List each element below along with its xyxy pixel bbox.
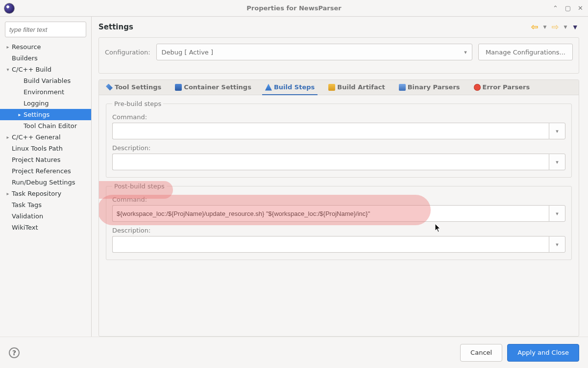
- pre-description-combo: ▾: [112, 154, 565, 170]
- main-pane: Settings ⇦ ▼ ⇨ ▼ ▼ Configuration: Debug …: [92, 17, 588, 337]
- tree-item-label: Settings: [24, 111, 49, 118]
- pre-command-label: Command:: [112, 113, 565, 121]
- twisty-placeholder: ▸: [17, 112, 23, 117]
- tab-binary-parsers[interactable]: Binary Parsers: [392, 80, 467, 95]
- help-icon[interactable]: ?: [9, 347, 20, 358]
- pre-command-combo: ▾: [112, 123, 565, 139]
- twisty-placeholder: ▸: [17, 78, 23, 83]
- tree-item[interactable]: ▸Task Tags: [0, 199, 91, 210]
- twisty-placeholder: ▸: [5, 180, 11, 185]
- category-tree[interactable]: ▸Resource▸Builders▾C/C++ Build▸Build Var…: [0, 40, 91, 337]
- nav-back-menu-icon[interactable]: ▼: [541, 25, 549, 29]
- tree-item-label: Project Natures: [12, 156, 60, 163]
- tree-item-label: Tool Chain Editor: [24, 122, 77, 130]
- nav-forward-menu-icon[interactable]: ▼: [562, 25, 569, 29]
- titlebar: Properties for NewsParser ⌃ ▢ ✕: [0, 0, 588, 17]
- close-icon[interactable]: ✕: [578, 4, 583, 12]
- tabs-body: Pre-build steps Command: ▾ Description: …: [99, 95, 579, 336]
- post-command-label: Command:: [112, 196, 565, 203]
- tree-item-label: Task Tags: [12, 201, 42, 209]
- chevron-right-icon[interactable]: ▸: [5, 134, 11, 140]
- settings-tabs: Tool Settings Container Settings Build S…: [98, 79, 579, 337]
- post-description-dropdown[interactable]: ▾: [549, 236, 565, 253]
- tree-item-label: Task Repository: [12, 190, 61, 197]
- tree-item-label: Run/Debug Settings: [12, 179, 75, 186]
- pre-description-input[interactable]: [112, 154, 549, 170]
- tree-item[interactable]: ▸Validation: [0, 210, 91, 222]
- tree-item[interactable]: ▸Builders: [0, 53, 91, 64]
- configuration-label: Configuration:: [105, 49, 150, 56]
- tree-item[interactable]: ▸Environment: [0, 86, 91, 98]
- pre-build-legend: Pre-build steps: [112, 100, 163, 107]
- tree-item[interactable]: ▸C/C++ General: [0, 131, 91, 143]
- tree-item[interactable]: ▸Settings: [0, 109, 91, 120]
- tab-tool-settings[interactable]: Tool Settings: [99, 80, 168, 95]
- tree-item-label: WikiText: [12, 224, 38, 231]
- post-description-combo: ▾: [112, 236, 565, 253]
- tree-item[interactable]: ▸WikiText: [0, 222, 91, 233]
- twisty-placeholder: ▸: [17, 89, 23, 95]
- window-controls: ⌃ ▢ ✕: [553, 4, 588, 12]
- minimize-icon[interactable]: ⌃: [553, 4, 558, 12]
- pre-description-dropdown[interactable]: ▾: [549, 154, 565, 170]
- chevron-right-icon[interactable]: ▸: [5, 44, 11, 50]
- twisty-placeholder: ▸: [5, 146, 11, 151]
- chevron-right-icon[interactable]: ▸: [5, 191, 11, 196]
- pre-command-dropdown[interactable]: ▾: [549, 123, 565, 139]
- tree-item[interactable]: ▸Task Repository: [0, 188, 91, 199]
- eclipse-icon: [4, 3, 15, 14]
- post-description-input[interactable]: [112, 236, 549, 253]
- filter-input[interactable]: [5, 22, 86, 37]
- post-command-input[interactable]: [112, 205, 549, 222]
- steps-icon: [265, 84, 272, 91]
- binary-icon: [399, 84, 406, 91]
- apply-and-close-button[interactable]: Apply and Close: [507, 344, 579, 362]
- pre-build-group: Pre-build steps Command: ▾ Description: …: [106, 100, 572, 178]
- tree-item[interactable]: ▸Linux Tools Path: [0, 143, 91, 154]
- tree-item-label: Project References: [12, 167, 71, 175]
- twisty-placeholder: ▸: [17, 123, 23, 129]
- artifact-icon: [328, 84, 335, 91]
- maximize-icon[interactable]: ▢: [565, 4, 571, 12]
- tree-item[interactable]: ▸Run/Debug Settings: [0, 177, 91, 188]
- tree-item[interactable]: ▸Build Variables: [0, 75, 91, 86]
- tab-build-steps[interactable]: Build Steps: [258, 80, 321, 95]
- chevron-down-icon[interactable]: ▾: [5, 67, 11, 72]
- twisty-placeholder: ▸: [5, 55, 11, 61]
- tree-item-label: C/C++ Build: [12, 66, 51, 73]
- heading-row: Settings ⇦ ▼ ⇨ ▼ ▼: [98, 23, 579, 31]
- configuration-bar: Configuration: Debug [ Active ] Manage C…: [98, 37, 579, 74]
- twisty-placeholder: ▸: [5, 213, 11, 219]
- post-build-legend: Post-build steps: [112, 183, 167, 190]
- configuration-select[interactable]: Debug [ Active ]: [156, 44, 472, 60]
- post-description-label: Description:: [112, 227, 565, 234]
- tree-item[interactable]: ▸Project Natures: [0, 154, 91, 165]
- tab-error-parsers[interactable]: Error Parsers: [467, 80, 537, 95]
- sidebar: ▸Resource▸Builders▾C/C++ Build▸Build Var…: [0, 17, 92, 337]
- window-title: Properties for NewsParser: [0, 4, 588, 12]
- tree-item-label: Validation: [12, 212, 43, 220]
- tree-item[interactable]: ▾C/C++ Build: [0, 64, 91, 75]
- pre-command-input[interactable]: [112, 123, 549, 139]
- manage-configurations-button[interactable]: Manage Configurations...: [478, 44, 573, 60]
- view-menu-icon[interactable]: ▼: [571, 24, 579, 30]
- page-title: Settings: [98, 23, 133, 31]
- tree-item[interactable]: ▸Tool Chain Editor: [0, 120, 91, 131]
- tree-item[interactable]: ▸Resource: [0, 41, 91, 53]
- twisty-placeholder: ▸: [17, 101, 23, 106]
- tree-item-label: Linux Tools Path: [12, 145, 63, 152]
- tree-item[interactable]: ▸Project References: [0, 165, 91, 177]
- dialog-footer: ? Cancel Apply and Close: [0, 337, 588, 368]
- post-command-dropdown[interactable]: ▾: [549, 205, 565, 222]
- cancel-button[interactable]: Cancel: [460, 344, 502, 362]
- wrench-icon: [106, 84, 113, 91]
- pre-description-label: Description:: [112, 144, 565, 152]
- nav-forward-icon[interactable]: ⇨: [551, 23, 560, 31]
- tree-item-label: Build Variables: [24, 77, 71, 84]
- tabs-header: Tool Settings Container Settings Build S…: [99, 80, 579, 95]
- twisty-placeholder: ▸: [5, 202, 11, 208]
- tab-build-artifact[interactable]: Build Artifact: [321, 80, 392, 95]
- nav-back-icon[interactable]: ⇦: [530, 23, 539, 31]
- tab-container-settings[interactable]: Container Settings: [168, 80, 258, 95]
- tree-item[interactable]: ▸Logging: [0, 98, 91, 109]
